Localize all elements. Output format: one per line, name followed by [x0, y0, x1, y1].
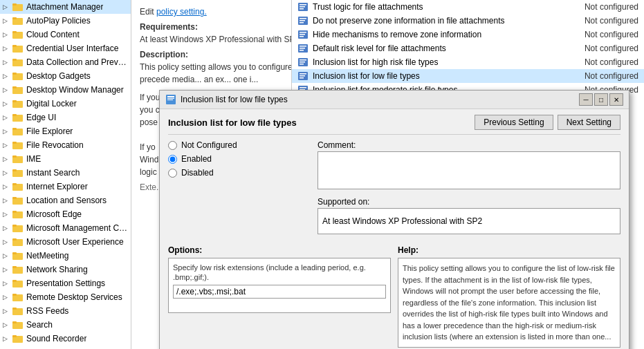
sidebar-item-25[interactable]: ▷ Store: [0, 346, 131, 349]
sidebar-label-2: Cloud Content: [26, 30, 80, 39]
sidebar-item-0[interactable]: ▷ Attachment Manager: [0, 0, 131, 14]
policy-link[interactable]: policy setting.: [156, 7, 207, 17]
svg-rect-47: [12, 211, 17, 213]
maximize-button[interactable]: □: [594, 93, 608, 106]
sidebar-item-14[interactable]: ▷ Location and Sensors: [0, 194, 131, 207]
sidebar-item-10[interactable]: ▷ File Revocation: [0, 138, 131, 152]
sidebar-item-13[interactable]: ▷ Internet Explorer: [0, 180, 131, 194]
supported-text: At least Windows XP Professional with SP…: [322, 216, 482, 226]
desc-title: Description:: [140, 50, 188, 59]
sidebar-item-21[interactable]: ▷ Remote Desktop Services: [0, 290, 131, 304]
radio-not-configured-input[interactable]: [168, 141, 177, 150]
modal-body: Inclusion list for low file types Previo…: [160, 109, 629, 349]
sidebar-label-18: NetMeeting: [26, 251, 68, 261]
sidebar-item-11[interactable]: ▷ IME: [0, 152, 131, 166]
radio-enabled-input[interactable]: [168, 155, 177, 164]
sidebar-item-22[interactable]: ▷ RSS Feeds: [0, 304, 131, 318]
folder-icon-2: [12, 29, 24, 40]
sidebar-label-13: Internet Explorer: [26, 182, 88, 191]
supported-box: At least Windows XP Professional with SP…: [318, 208, 620, 234]
modal-top-buttons: Previous Setting Next Setting: [475, 115, 620, 130]
modal-columns: Not Configured Enabled Disabled: [168, 140, 620, 240]
sidebar-item-15[interactable]: ▷ Microsoft Edge: [0, 207, 131, 221]
sidebar-item-9[interactable]: ▷ File Explorer: [0, 124, 131, 138]
radio-disabled[interactable]: Disabled: [168, 168, 306, 178]
folder-icon-19: [12, 264, 24, 275]
sidebar-label-0: Attachment Manager: [26, 2, 103, 12]
sidebar-item-3[interactable]: ▷ Credential User Interface: [0, 41, 131, 55]
sidebar-item-20[interactable]: ▷ Presentation Settings: [0, 276, 131, 290]
sidebar-item-1[interactable]: ▷ AutoPlay Policies: [0, 14, 131, 28]
policy-item-1[interactable]: Do not preserve zone information in file…: [292, 14, 644, 28]
policy-item-icon-4: [297, 57, 309, 68]
sidebar: ▷ Attachment Manager▷ AutoPlay Policies▷…: [0, 0, 131, 349]
policy-item-status-5: Not configured: [585, 71, 638, 81]
policy-item-3[interactable]: Default risk level for file attachmentsN…: [292, 41, 644, 55]
radio-not-configured[interactable]: Not Configured: [168, 140, 306, 150]
supported-label: Supported on:: [318, 197, 620, 207]
folder-icon-7: [12, 98, 24, 109]
sidebar-label-19: Network Sharing: [26, 265, 88, 274]
folder-icon-24: [12, 333, 24, 344]
sidebar-item-17[interactable]: ▷ Microsoft User Experience: [0, 235, 131, 249]
radio-disabled-input[interactable]: [168, 169, 177, 178]
minimize-button[interactable]: ─: [579, 93, 593, 106]
sidebar-item-24[interactable]: ▷ Sound Recorder: [0, 332, 131, 346]
options-input[interactable]: [173, 285, 386, 299]
expand-arrow-6: ▷: [3, 86, 11, 93]
next-setting-button[interactable]: Next Setting: [558, 115, 620, 130]
svg-rect-93: [300, 50, 304, 51]
svg-rect-74: [12, 335, 17, 337]
comment-label: Comment:: [318, 140, 620, 150]
close-button[interactable]: ✕: [609, 93, 623, 106]
sidebar-label-8: Edge UI: [26, 113, 56, 122]
svg-rect-8: [12, 31, 17, 33]
comment-textarea[interactable]: [318, 151, 620, 189]
expand-arrow-20: ▷: [3, 280, 11, 287]
sidebar-item-7[interactable]: ▷ Digital Locker: [0, 97, 131, 111]
sidebar-item-16[interactable]: ▷ Microsoft Management Co...: [0, 221, 131, 235]
svg-rect-14: [12, 59, 17, 61]
svg-rect-62: [12, 280, 17, 282]
sidebar-item-6[interactable]: ▷ Desktop Window Manager: [0, 83, 131, 97]
sidebar-item-12[interactable]: ▷ Instant Search: [0, 166, 131, 180]
svg-rect-92: [300, 48, 305, 49]
policy-item-5[interactable]: Inclusion list for low file typesNot con…: [292, 69, 644, 83]
svg-rect-65: [12, 294, 17, 296]
svg-rect-85: [300, 22, 304, 23]
svg-rect-50: [12, 225, 17, 227]
policy-item-2[interactable]: Hide mechanisms to remove zone informati…: [292, 28, 644, 41]
svg-rect-5: [12, 17, 17, 19]
sidebar-item-18[interactable]: ▷ NetMeeting: [0, 249, 131, 263]
comment-section: Comment:: [318, 140, 620, 191]
radio-group: Not Configured Enabled Disabled: [168, 140, 306, 178]
svg-rect-96: [300, 62, 305, 63]
folder-icon-23: [12, 319, 24, 330]
folder-icon-3: [12, 43, 24, 54]
previous-setting-button[interactable]: Previous Setting: [475, 115, 553, 130]
sidebar-item-5[interactable]: ▷ Desktop Gadgets: [0, 69, 131, 83]
expand-arrow-3: ▷: [3, 45, 11, 52]
sidebar-label-11: IME: [26, 154, 41, 164]
folder-icon-13: [12, 181, 24, 192]
radio-enabled[interactable]: Enabled: [168, 154, 306, 164]
sidebar-item-2[interactable]: ▷ Cloud Content: [0, 28, 131, 41]
sidebar-item-23[interactable]: ▷ Search: [0, 318, 131, 332]
folder-icon-14: [12, 195, 24, 206]
sidebar-item-4[interactable]: ▷ Data Collection and Previe...: [0, 55, 131, 69]
help-box: This policy setting allows you to config…: [398, 258, 620, 348]
sidebar-label-12: Instant Search: [26, 168, 80, 178]
svg-rect-87: [300, 32, 306, 33]
sidebar-label-17: Microsoft User Experience: [26, 237, 124, 247]
sidebar-label-9: File Explorer: [26, 126, 73, 136]
svg-rect-107: [167, 96, 174, 97]
svg-rect-44: [12, 197, 17, 199]
svg-rect-32: [12, 142, 17, 144]
svg-rect-68: [12, 308, 17, 310]
sidebar-label-4: Data Collection and Previe...: [26, 57, 128, 67]
policy-item-4[interactable]: Inclusion list for high risk file typesN…: [292, 55, 644, 69]
sidebar-item-8[interactable]: ▷ Edge UI: [0, 111, 131, 124]
policy-item-0[interactable]: Trust logic for file attachmentsNot conf…: [292, 0, 644, 14]
sidebar-item-19[interactable]: ▷ Network Sharing: [0, 263, 131, 276]
policy-item-status-2: Not configured: [585, 30, 638, 39]
